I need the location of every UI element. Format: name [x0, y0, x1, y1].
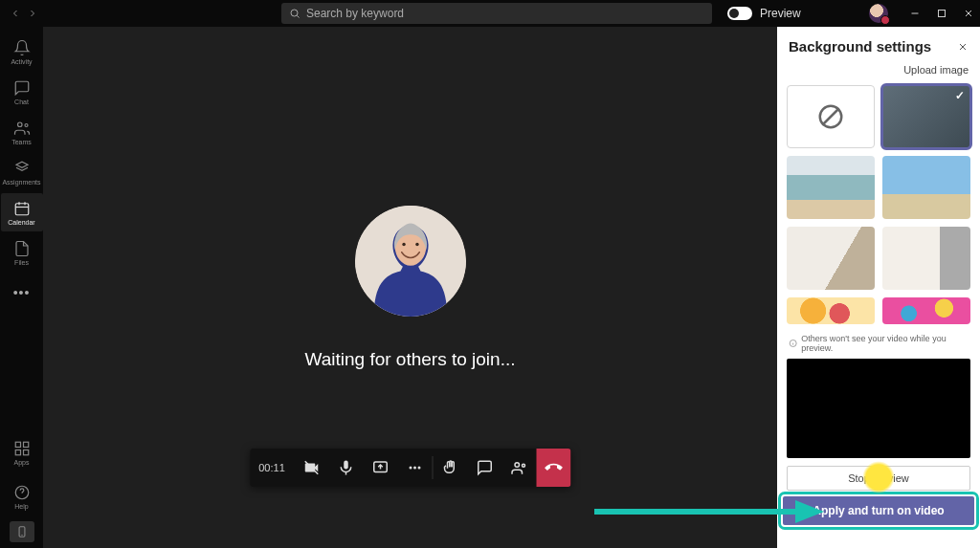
- camera-button[interactable]: [294, 449, 328, 487]
- panel-title: Background settings: [789, 38, 931, 55]
- svg-rect-3: [939, 11, 946, 17]
- conversation-button[interactable]: [467, 449, 501, 487]
- hang-up-button[interactable]: [536, 449, 570, 487]
- sidebar-item-files[interactable]: Files: [1, 233, 43, 272]
- people-icon: [510, 459, 527, 476]
- maximize-icon[interactable]: [936, 8, 947, 19]
- svg-point-31: [522, 464, 524, 467]
- sidebar-item-label: Chat: [14, 99, 29, 105]
- background-option[interactable]: [787, 297, 875, 324]
- person-icon: [355, 206, 466, 317]
- preview-info-text: Others won't see your video while you pr…: [801, 334, 969, 353]
- background-none[interactable]: [787, 85, 875, 148]
- sidebar-item-label: Apps: [14, 459, 30, 466]
- sidebar-item-label: Calendar: [8, 219, 34, 226]
- sidebar-item-label: Files: [14, 259, 29, 266]
- call-toolbar: 00:11: [250, 449, 570, 487]
- more-apps-icon[interactable]: •••: [13, 274, 31, 312]
- app-sidebar: Activity Chat Teams Assignments Calendar…: [0, 27, 43, 548]
- svg-rect-14: [15, 449, 20, 454]
- device-settings-button[interactable]: [10, 521, 34, 542]
- minimize-icon[interactable]: [909, 8, 921, 19]
- no-background-icon: [816, 102, 845, 131]
- panel-close-icon[interactable]: [957, 41, 969, 53]
- svg-rect-12: [15, 442, 20, 447]
- title-bar: Search by keyword Preview: [0, 0, 980, 27]
- mic-button[interactable]: [328, 449, 363, 487]
- svg-point-6: [17, 122, 22, 127]
- calendar-icon: [13, 200, 31, 217]
- sidebar-item-apps[interactable]: Apps: [1, 433, 43, 471]
- apply-video-label: Apply and turn on video: [813, 504, 944, 517]
- sidebar-item-chat[interactable]: Chat: [1, 73, 43, 111]
- upload-image-link[interactable]: Upload image: [777, 60, 980, 85]
- forward-icon[interactable]: [27, 8, 38, 19]
- svg-rect-15: [23, 449, 28, 454]
- participants-button[interactable]: [501, 449, 536, 487]
- svg-point-0: [291, 10, 298, 16]
- sidebar-item-help[interactable]: Help: [1, 477, 43, 515]
- help-icon: [13, 484, 31, 501]
- stop-preview-label: Stop preview: [848, 472, 909, 484]
- participant-avatar: [355, 206, 466, 317]
- back-icon[interactable]: [10, 8, 21, 19]
- apps-icon: [13, 440, 31, 457]
- svg-point-27: [409, 467, 412, 470]
- preview-toggle-label: Preview: [760, 7, 801, 20]
- bell-icon: [13, 39, 31, 56]
- toggle-switch-icon[interactable]: [727, 7, 752, 20]
- preview-toggle[interactable]: Preview: [727, 7, 801, 20]
- sidebar-item-label: Teams: [11, 139, 32, 145]
- background-option[interactable]: [882, 297, 970, 324]
- sidebar-item-assignments[interactable]: Assignments: [1, 153, 43, 191]
- background-option[interactable]: [787, 156, 875, 219]
- svg-point-30: [515, 463, 520, 468]
- phone-device-icon: [15, 525, 29, 538]
- svg-rect-8: [15, 203, 29, 214]
- close-icon[interactable]: [963, 8, 974, 19]
- apply-video-button[interactable]: Apply and turn on video: [783, 496, 974, 525]
- share-screen-icon: [371, 459, 389, 476]
- file-icon: [13, 240, 31, 257]
- search-input[interactable]: Search by keyword: [281, 3, 712, 24]
- raise-hand-button[interactable]: [433, 449, 467, 487]
- ellipsis-icon: [406, 459, 423, 476]
- background-blur[interactable]: [882, 85, 970, 148]
- info-icon: [789, 339, 797, 348]
- call-timer: 00:11: [250, 449, 294, 487]
- user-avatar-small[interactable]: [869, 4, 888, 23]
- background-option[interactable]: [882, 227, 970, 290]
- sidebar-item-calendar[interactable]: Calendar: [1, 193, 43, 231]
- chat-icon: [13, 79, 31, 97]
- search-icon: [289, 8, 301, 19]
- phone-icon: [541, 455, 565, 479]
- sidebar-item-activity[interactable]: Activity: [1, 33, 43, 71]
- background-option[interactable]: [882, 156, 970, 219]
- sidebar-item-teams[interactable]: Teams: [1, 113, 43, 151]
- svg-line-37: [822, 108, 839, 125]
- svg-line-1: [297, 15, 299, 17]
- meeting-status-text: Waiting for others to join...: [304, 349, 515, 370]
- background-settings-panel: Background settings Upload image Others …: [777, 27, 980, 548]
- background-option[interactable]: [787, 227, 875, 290]
- preview-info: Others won't see your video while you pr…: [777, 324, 980, 359]
- chat-bubble-icon: [476, 459, 493, 476]
- people-icon: [13, 120, 31, 137]
- meeting-stage: Waiting for others to join... 00:11: [43, 27, 777, 548]
- video-preview: [787, 359, 970, 458]
- svg-point-28: [413, 467, 416, 470]
- search-placeholder: Search by keyword: [306, 7, 404, 20]
- more-actions-button[interactable]: [397, 449, 432, 487]
- svg-point-23: [415, 242, 418, 245]
- sidebar-item-label: Assignments: [2, 179, 40, 186]
- background-thumbnails: [777, 85, 980, 324]
- svg-point-7: [25, 123, 28, 126]
- mic-icon: [337, 459, 354, 476]
- sidebar-item-label: Activity: [11, 58, 32, 65]
- svg-point-22: [402, 242, 405, 245]
- stop-preview-button[interactable]: Stop preview: [787, 466, 970, 491]
- share-button[interactable]: [363, 449, 397, 487]
- svg-rect-13: [23, 442, 28, 447]
- hand-icon: [441, 459, 458, 476]
- assignments-icon: [13, 160, 31, 177]
